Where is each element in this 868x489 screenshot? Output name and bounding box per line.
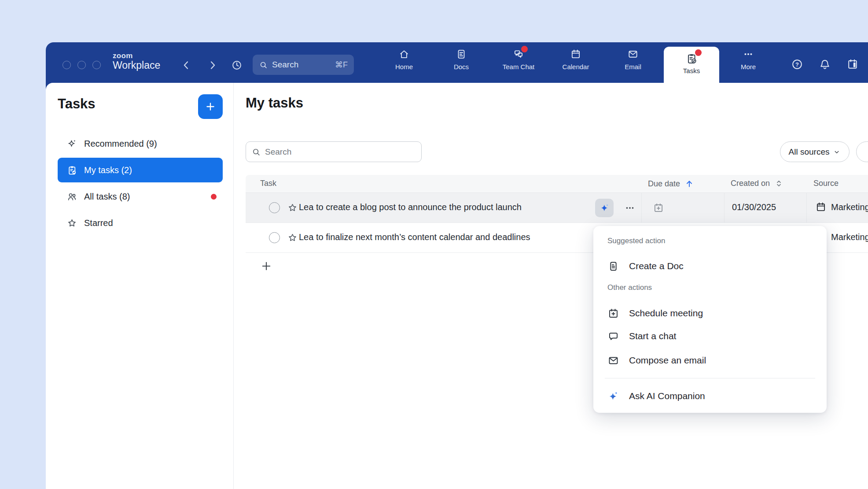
nav-item-home[interactable]: Home [382,48,426,70]
page-title: My tasks [246,95,303,111]
more-dots-icon [743,48,754,60]
star-icon [287,202,298,213]
forward-button[interactable] [206,59,219,71]
star-icon [66,218,77,229]
sort-ascending-icon [684,179,694,189]
chevron-down-icon [833,148,841,156]
nav-item-team-chat[interactable]: Team Chat [497,48,541,70]
ai-companion-task-button[interactable] [595,199,614,217]
sparkle-icon [66,138,77,149]
help-button[interactable]: ? [791,58,803,70]
radio-circle-icon [269,232,280,243]
task-star-button[interactable] [287,202,298,213]
menu-item-label: Compose an email [629,355,706,366]
sidebar-item-my-tasks[interactable]: My tasks (2) [58,158,223,182]
add-task-row-button[interactable] [260,260,272,272]
nav-item-tasks-active[interactable]: Tasks [664,47,719,86]
team-chat-icon [513,48,524,60]
window-close-button[interactable] [63,61,71,69]
sources-filter-dropdown[interactable]: All sources [780,141,850,162]
sidebar-item-starred[interactable]: Starred [58,211,223,235]
cell-divider [806,193,807,222]
sidebar-item-label: Starred [84,218,113,228]
table-row[interactable]: Lea to create a blog post to announce th… [246,193,868,223]
calendar-plus-icon [607,307,619,319]
doc-icon [607,260,619,272]
table-header: Task Due date Created on Source [246,175,868,193]
top-navigation-bar: zoom Workplace Search ⌘F Home [46,42,868,86]
chevron-left-icon [180,59,192,71]
column-header-created-on[interactable]: Created on [731,179,783,188]
task-title[interactable]: Lea to finalize next month’s content cal… [299,232,530,242]
ai-companion-sparkle-icon [607,390,619,402]
tasks-sidebar: Tasks Recommended (9) My tasks (2) [46,83,234,489]
task-search-input[interactable] [265,147,416,157]
menu-item-create-doc[interactable]: Create a Doc [607,257,816,275]
nav-item-email[interactable]: Email [611,48,655,70]
task-title[interactable]: Lea to create a blog post to announce th… [299,202,522,212]
people-icon [66,191,77,202]
desktop: { "topbar": { "logo_small": "zoom", "log… [0,0,868,489]
svg-text:?: ? [795,61,799,68]
column-header-due-date[interactable]: Due date [648,179,694,189]
menu-item-start-chat[interactable]: Start a chat [607,327,816,345]
help-icon: ? [791,58,803,70]
menu-divider [605,378,815,378]
menu-section-label: Suggested action [607,237,665,245]
cell-divider [641,193,642,222]
ellipsis-icon [624,202,636,214]
sidebar-title: Tasks [58,96,96,112]
sidebar-list: Recommended (9) My tasks (2) All tasks (… [58,131,223,237]
global-search-input[interactable]: Search ⌘F [253,55,354,75]
nav-item-more[interactable]: More [726,48,770,70]
new-task-button[interactable] [198,94,223,119]
task-star-button[interactable] [287,232,298,243]
history-clock-icon [231,59,243,71]
menu-item-compose-email[interactable]: Compose an email [607,351,816,370]
calendar-plus-icon [653,202,664,214]
search-icon [251,147,261,157]
column-label: Created on [731,179,770,188]
clipped-filter-dropdown[interactable] [856,141,868,162]
task-complete-checkbox[interactable] [269,232,280,243]
task-complete-checkbox[interactable] [269,202,280,213]
nav-label: Tasks [664,67,719,74]
sort-both-icon [774,179,783,188]
menu-item-label: Schedule meeting [629,308,703,319]
back-button[interactable] [180,59,192,71]
column-header-task[interactable]: Task [260,179,276,188]
task-more-actions-button[interactable] [622,200,638,216]
sidebar-item-all-tasks[interactable]: All tasks (8) [58,184,223,209]
menu-item-label: Create a Doc [629,261,684,271]
nav-label: Team Chat [497,63,541,70]
chat-bubble-icon [607,330,619,342]
bell-icon [819,58,831,70]
sidebar-item-label: Recommended (9) [84,139,157,149]
schedule-button[interactable] [846,58,859,70]
sources-filter-label: All sources [789,147,830,157]
global-search-placeholder: Search [272,60,331,70]
email-icon [627,48,639,60]
plus-icon [260,260,272,272]
notifications-button[interactable] [819,58,831,70]
docs-icon [456,48,467,60]
sidebar-item-recommended[interactable]: Recommended (9) [58,131,223,156]
column-label: Source [813,179,839,188]
menu-item-ask-ai-companion[interactable]: Ask AI Companion [607,387,816,405]
source-cell[interactable]: Marketing [815,201,868,213]
history-button[interactable] [231,59,243,71]
radio-circle-icon [269,202,280,213]
window-minimize-button[interactable] [77,61,86,69]
nav-label: Home [382,63,426,70]
column-header-source[interactable]: Source [813,179,839,188]
nav-item-docs[interactable]: Docs [439,48,483,70]
menu-item-label: Ask AI Companion [629,391,705,401]
calendar-icon [570,48,581,60]
add-due-date-button[interactable] [653,202,664,214]
nav-item-calendar[interactable]: Calendar [554,48,598,70]
window-zoom-button[interactable] [92,61,101,69]
nav-label: Email [611,63,655,70]
tasks-icon [685,52,698,65]
envelope-icon [607,355,619,367]
menu-item-schedule-meeting[interactable]: Schedule meeting [607,304,816,322]
